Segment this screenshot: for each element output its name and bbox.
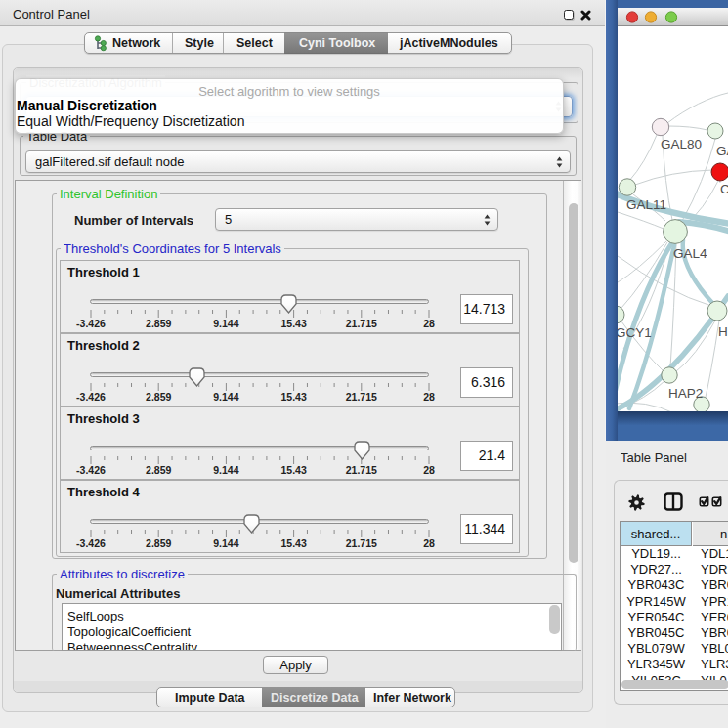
- svg-text:H: H: [718, 324, 728, 339]
- svg-text:HAP2: HAP2: [668, 386, 703, 401]
- svg-text:GAL80: GAL80: [661, 137, 702, 151]
- svg-text:GA: GA: [716, 144, 728, 158]
- svg-text:GAL11: GAL11: [626, 197, 666, 212]
- svg-text:C: C: [720, 182, 728, 196]
- svg-text:GAL4: GAL4: [673, 246, 707, 261]
- svg-text:GCY1: GCY1: [618, 325, 652, 340]
